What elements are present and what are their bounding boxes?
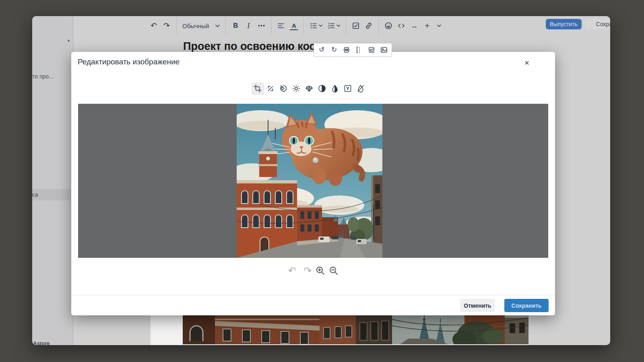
zoom-out-icon[interactable] bbox=[329, 266, 339, 276]
chevron-down-icon bbox=[336, 25, 340, 27]
street-buildings-image bbox=[183, 315, 528, 344]
save-button[interactable]: Сохранить bbox=[504, 299, 549, 312]
zoom-in-icon[interactable] bbox=[316, 266, 325, 276]
save-draft-button[interactable]: Сохранит bbox=[585, 19, 610, 29]
stretch-icon[interactable] bbox=[343, 46, 351, 54]
scroll-up-icon[interactable]: ▲ bbox=[67, 39, 70, 42]
crop-tool[interactable] bbox=[252, 82, 264, 95]
toolbar-divider bbox=[378, 17, 379, 35]
edit-canvas[interactable] bbox=[78, 104, 548, 258]
redo-icon[interactable]: ↷ bbox=[304, 266, 312, 276]
redo-icon[interactable]: ↷ bbox=[163, 21, 171, 31]
toolbar-divider bbox=[303, 17, 304, 35]
image-frame-icon[interactable] bbox=[367, 46, 376, 54]
undo-icon[interactable]: ↶ bbox=[150, 21, 158, 31]
numbered-list-button[interactable] bbox=[327, 21, 340, 31]
toolbar-divider bbox=[346, 17, 346, 35]
replace-image-icon[interactable] bbox=[380, 46, 388, 54]
close-icon[interactable]: × bbox=[521, 57, 533, 68]
align-icon[interactable] bbox=[277, 21, 285, 31]
sharpness-tool[interactable] bbox=[303, 82, 316, 95]
image-edit-tools: Y bbox=[67, 80, 551, 97]
brand-label: Astore bbox=[33, 340, 50, 345]
more-formats-button[interactable]: ⋯ bbox=[257, 21, 265, 31]
columns-icon[interactable] bbox=[355, 46, 363, 54]
brightness-tool[interactable] bbox=[290, 82, 303, 95]
chevron-down-icon bbox=[215, 25, 220, 27]
emoji-button[interactable] bbox=[384, 21, 392, 31]
undo-icon[interactable]: ↺ bbox=[318, 46, 326, 54]
article-image-partial[interactable] bbox=[183, 315, 528, 344]
chevron-down-icon bbox=[437, 25, 441, 27]
bullet-list-button[interactable] bbox=[310, 21, 322, 31]
paragraph-style-value: Обычный bbox=[182, 23, 209, 29]
undo-icon[interactable]: ↶ bbox=[288, 266, 296, 276]
insert-block-button[interactable]: + bbox=[423, 21, 431, 31]
rotate-tool[interactable] bbox=[277, 82, 290, 95]
italic-button[interactable]: I bbox=[244, 21, 252, 31]
gamma-glyph: Y bbox=[346, 86, 349, 91]
code-button[interactable] bbox=[397, 21, 405, 31]
toolbar-divider bbox=[176, 17, 177, 35]
saturation-tool[interactable] bbox=[329, 82, 341, 95]
cancel-button[interactable]: Отменить bbox=[460, 299, 495, 312]
modal-title: Редактировать изображение bbox=[78, 58, 180, 66]
editor-toolbar: ↶ ↷ Обычный B I ⋯ A ↔ + bbox=[150, 16, 441, 35]
text-color-button[interactable]: A bbox=[290, 21, 298, 30]
resize-tool[interactable] bbox=[264, 82, 277, 95]
modal-footer: Отменить Сохранить bbox=[71, 295, 555, 316]
image-block-toolbar: ↺ ↻ bbox=[314, 43, 392, 57]
chevron-down-icon bbox=[319, 25, 322, 27]
link-button[interactable] bbox=[365, 21, 373, 31]
redo-icon[interactable]: ↻ bbox=[330, 46, 338, 54]
contrast-tool[interactable] bbox=[316, 82, 328, 95]
cat-over-city-photo bbox=[237, 104, 382, 258]
edit-image-modal: Редактировать изображение × Y bbox=[71, 52, 555, 315]
sidebar-item-truncated[interactable]: то про... bbox=[32, 73, 54, 80]
article-title[interactable]: Проект по освоению кос bbox=[183, 40, 316, 53]
full-width-button[interactable]: ↔ bbox=[410, 21, 418, 31]
toolbar-divider bbox=[271, 17, 271, 35]
gamma-tool[interactable]: Y bbox=[342, 82, 354, 95]
paragraph-style-dropdown[interactable]: Обычный bbox=[182, 21, 220, 31]
toolbar-divider bbox=[225, 17, 226, 35]
checklist-button[interactable] bbox=[352, 21, 360, 31]
sidebar-item-selected[interactable]: оса bbox=[32, 189, 71, 200]
sidebar: ▲ то про... оса Astore bbox=[32, 16, 73, 345]
bold-button[interactable]: B bbox=[231, 21, 239, 31]
sidebar-item-label: оса bbox=[32, 191, 38, 198]
blur-off-tool[interactable] bbox=[355, 82, 367, 95]
publish-button[interactable]: Выпустить bbox=[546, 19, 582, 29]
canvas-history-controls: ↶ ↷ bbox=[71, 263, 555, 279]
